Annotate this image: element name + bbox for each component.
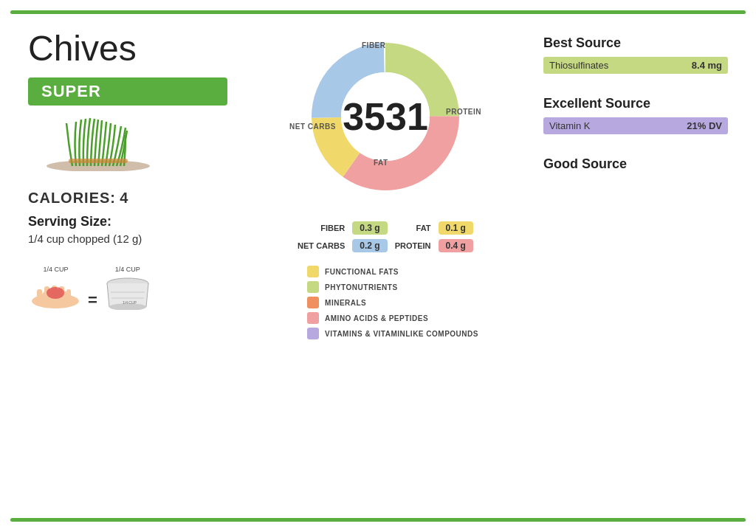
legend-dot-amino-acids: [307, 312, 319, 324]
equals-sign: =: [88, 291, 97, 310]
legend-text-vitamins: VITAMINS & VITAMINLIKE COMPOUNDS: [325, 330, 478, 338]
legend-item-phytonutrients: PHYTONUTRIENTS: [307, 281, 478, 293]
food-title: Chives: [28, 28, 227, 69]
svg-rect-4: [37, 289, 42, 300]
best-source-title: Best Source: [543, 35, 728, 51]
fat-macro-value: 0.1 g: [439, 221, 473, 235]
legend-item-vitamins: VITAMINS & VITAMINLIKE COMPOUNDS: [307, 328, 478, 339]
serving-size-value: 1/4 cup chopped (12 g): [28, 232, 227, 245]
cup-svg: 1/4 CUP: [102, 273, 154, 310]
hand-svg: [28, 273, 83, 310]
fiber-label: FIBER: [362, 41, 386, 49]
excellent-source-value: 21% DV: [687, 120, 722, 131]
legend-item-amino-acids: AMINO ACIDS & PEPTIDES: [307, 312, 478, 324]
excellent-source-section: Excellent Source Vitamin K 21% DV: [543, 96, 728, 134]
protein-macro-value: 0.4 g: [439, 239, 473, 252]
donut-chart: 3531 FIBER PROTEIN FAT NET CARBS: [297, 28, 474, 205]
serving-size-label: Serving Size:: [28, 214, 227, 229]
fiber-macro-value: 0.3 g: [352, 221, 387, 235]
food-image: [28, 116, 168, 175]
protein-label: PROTEIN: [446, 108, 481, 116]
good-source-section: Good Source: [543, 156, 728, 172]
excellent-source-name: Vitamin K: [549, 120, 590, 131]
left-serving-label: 1/4 CUP: [43, 266, 68, 273]
middle-column: 3531 FIBER PROTEIN FAT NET CARBS FIBER 0…: [227, 21, 543, 511]
left-column: Chives SUPER: [21, 21, 227, 511]
legend: FUNCTIONAL FATSPHYTONUTRIENTSMINERALSAMI…: [307, 266, 478, 343]
super-badge: SUPER: [28, 77, 227, 106]
legend-item-minerals: MINERALS: [307, 297, 478, 308]
fat-macro-label: FAT: [395, 224, 431, 232]
netcarbs-macro-value: 0.2 g: [352, 239, 387, 252]
bottom-border: [10, 518, 746, 522]
fiber-macro-label: FIBER: [298, 224, 345, 232]
netcarbs-macro-label: NET CARBS: [298, 241, 345, 250]
donut-score: 3531: [343, 94, 428, 139]
macro-grid: FIBER 0.3 g FAT 0.1 g NET CARBS 0.2 g PR…: [298, 221, 473, 252]
good-source-title: Good Source: [543, 156, 728, 172]
right-column: Best Source Thiosulfinates 8.4 mg Excell…: [543, 21, 735, 511]
excellent-source-row: Vitamin K 21% DV: [543, 117, 728, 134]
netcarbs-label: NET CARBS: [289, 122, 336, 131]
legend-text-functional-fats: FUNCTIONAL FATS: [325, 268, 399, 276]
best-source-section: Best Source Thiosulfinates 8.4 mg: [543, 35, 728, 74]
svg-text:1/4 CUP: 1/4 CUP: [123, 300, 137, 305]
hand-wrap: 1/4 CUP: [28, 266, 83, 310]
excellent-source-title: Excellent Source: [543, 96, 728, 111]
calories-line: CALORIES: 4: [28, 190, 227, 207]
serving-visual: 1/4 CUP =: [28, 266, 227, 310]
cup-wrap: 1/4 CUP 1/4 CUP: [102, 266, 154, 310]
best-source-name: Thiosulfinates: [549, 60, 608, 71]
best-source-row: Thiosulfinates 8.4 mg: [543, 57, 728, 74]
legend-dot-minerals: [307, 297, 319, 308]
best-source-value: 8.4 mg: [692, 60, 722, 71]
legend-text-amino-acids: AMINO ACIDS & PEPTIDES: [325, 314, 428, 322]
legend-dot-phytonutrients: [307, 281, 319, 293]
protein-macro-label: PROTEIN: [395, 241, 431, 250]
right-serving-label: 1/4 CUP: [115, 266, 140, 273]
svg-rect-8: [66, 289, 71, 298]
legend-dot-vitamins: [307, 328, 319, 339]
legend-item-functional-fats: FUNCTIONAL FATS: [307, 266, 478, 277]
chives-svg: [28, 116, 168, 171]
legend-text-minerals: MINERALS: [325, 299, 366, 307]
legend-text-phytonutrients: PHYTONUTRIENTS: [325, 283, 398, 291]
svg-rect-1: [69, 159, 128, 163]
fat-label: FAT: [374, 159, 388, 167]
legend-dot-functional-fats: [307, 266, 319, 277]
top-border: [10, 10, 746, 14]
svg-point-9: [47, 287, 64, 299]
